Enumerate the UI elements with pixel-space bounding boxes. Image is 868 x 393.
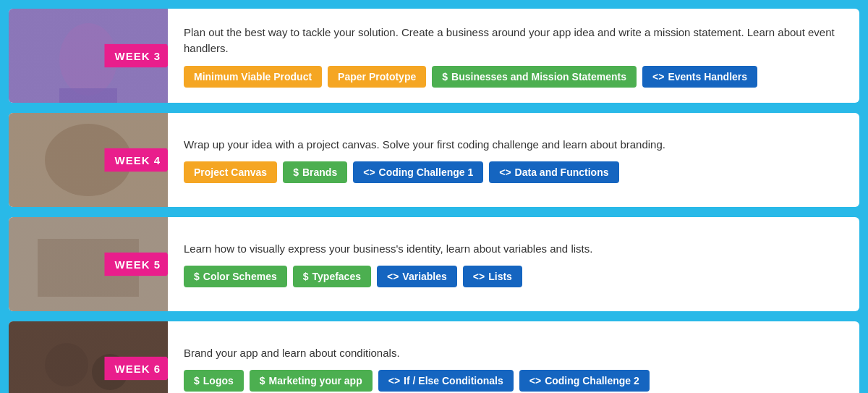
tag-week5-0[interactable]: $ Color Schemes <box>184 266 287 287</box>
tag-week6-1[interactable]: $ Marketing your app <box>250 370 373 392</box>
week-image-week5: WEEK 5 <box>9 217 168 311</box>
week-badge-week4: WEEK 4 <box>104 148 168 172</box>
dollar-icon: $ <box>303 271 309 282</box>
tag-week3-1[interactable]: Paper Prototype <box>328 66 426 88</box>
week-content-week3: Plan out the best way to tackle your sol… <box>168 9 859 103</box>
code-icon: <> <box>529 375 541 386</box>
tag-week4-0[interactable]: Project Canvas <box>184 161 277 183</box>
tag-week6-2[interactable]: <> If / Else Conditionals <box>378 370 514 392</box>
week-content-week5: Learn how to visually express your busin… <box>168 217 859 311</box>
tag-week3-3[interactable]: <> Events Handlers <box>642 66 757 88</box>
dollar-icon: $ <box>194 375 200 386</box>
code-icon: <> <box>473 271 485 282</box>
dollar-icon: $ <box>194 271 200 282</box>
week-content-week4: Wrap up your idea with a project canvas.… <box>168 113 859 207</box>
week-tags-week5: $ Color Schemes$ Typefaces<> Variables<>… <box>184 266 843 287</box>
code-icon: <> <box>387 271 399 282</box>
tag-week5-2[interactable]: <> Variables <box>377 266 457 287</box>
week-image-week4: WEEK 4 <box>9 113 168 207</box>
week-badge-week3: WEEK 3 <box>104 44 168 68</box>
week-tags-week6: $ Logos$ Marketing your app<> If / Else … <box>184 370 843 392</box>
tag-week5-1[interactable]: $ Typefaces <box>293 266 371 287</box>
week-image-week6: WEEK 6 <box>9 321 168 393</box>
week-description-week4: Wrap up your idea with a project canvas.… <box>184 137 843 153</box>
week-description-week6: Brand your app and learn about condition… <box>184 345 843 362</box>
week-card-week3: WEEK 3Plan out the best way to tackle yo… <box>9 9 859 103</box>
tag-week4-2[interactable]: <> Coding Challenge 1 <box>353 161 483 183</box>
week-content-week6: Brand your app and learn about condition… <box>168 321 859 393</box>
tag-week3-0[interactable]: Minimum Viable Product <box>184 66 322 88</box>
week-description-week3: Plan out the best way to tackle your sol… <box>184 25 843 57</box>
tag-week3-2[interactable]: $ Businesses and Mission Statements <box>432 66 637 88</box>
week-card-week6: WEEK 6Brand your app and learn about con… <box>9 321 859 393</box>
tag-week6-3[interactable]: <> Coding Challenge 2 <box>519 370 650 392</box>
week-badge-week6: WEEK 6 <box>104 357 168 381</box>
week-card-week5: WEEK 5Learn how to visually express your… <box>9 217 859 311</box>
week-tags-week4: Project Canvas$ Brands<> Coding Challeng… <box>184 161 843 183</box>
code-icon: <> <box>499 166 511 178</box>
week-image-week3: WEEK 3 <box>9 9 168 103</box>
week-description-week5: Learn how to visually express your busin… <box>184 241 843 258</box>
tag-week5-3[interactable]: <> Lists <box>463 266 522 287</box>
week-card-week4: WEEK 4Wrap up your idea with a project c… <box>9 113 859 207</box>
tag-week4-1[interactable]: $ Brands <box>283 161 347 183</box>
tag-week4-3[interactable]: <> Data and Functions <box>489 161 618 183</box>
tag-week6-0[interactable]: $ Logos <box>184 370 244 392</box>
dollar-icon: $ <box>442 71 448 83</box>
code-icon: <> <box>363 166 375 178</box>
week-tags-week3: Minimum Viable ProductPaper Prototype$ B… <box>184 66 843 88</box>
code-icon: <> <box>388 375 400 386</box>
week-badge-week5: WEEK 5 <box>104 253 168 276</box>
dollar-icon: $ <box>293 166 299 178</box>
code-icon: <> <box>652 71 664 83</box>
dollar-icon: $ <box>260 375 265 386</box>
